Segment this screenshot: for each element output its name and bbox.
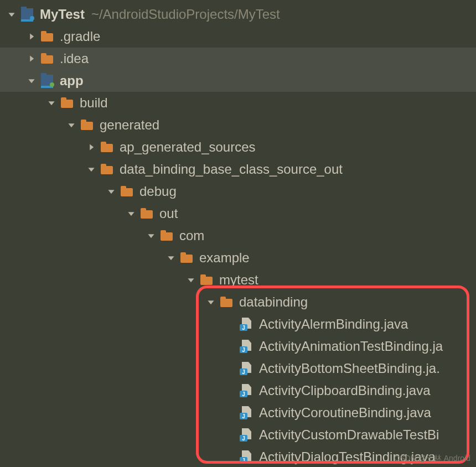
tree-item-mytest[interactable]: mytest: [0, 269, 476, 291]
svg-marker-2: [30, 55, 34, 61]
node-label: out: [159, 206, 178, 221]
svg-marker-12: [188, 278, 194, 282]
svg-marker-13: [208, 300, 214, 304]
node-label: debug: [139, 184, 177, 199]
node-label: ap_generated_sources: [120, 139, 256, 155]
tree-item-build[interactable]: build: [0, 92, 476, 114]
chevron-right-icon[interactable]: [84, 140, 99, 154]
folder-icon: [100, 140, 114, 154]
svg-marker-4: [48, 101, 54, 105]
tree-item-debug[interactable]: debug: [0, 180, 476, 203]
file-item[interactable]: J ActivityClipboardBinding.java: [0, 380, 476, 402]
folder-icon: [179, 251, 194, 265]
chevron-down-icon[interactable]: [104, 184, 118, 199]
svg-marker-11: [168, 256, 174, 260]
file-item[interactable]: J ActivityDialogTestBinding.java: [0, 446, 476, 467]
java-file-icon: J: [239, 317, 253, 331]
tree-item-example[interactable]: example: [0, 247, 476, 269]
java-file-icon: J: [239, 383, 253, 398]
java-file-icon: J: [239, 339, 253, 354]
chevron-down-icon[interactable]: [164, 251, 178, 265]
folder-icon: [60, 96, 74, 110]
svg-marker-6: [90, 144, 94, 150]
folder-icon: [120, 184, 134, 199]
module-icon: [40, 74, 54, 88]
root-row[interactable]: MyTest ~/AndroidStudioProjects/MyTest: [0, 3, 476, 25]
chevron-right-icon[interactable]: [24, 51, 39, 66]
chevron-down-icon[interactable]: [64, 118, 79, 132]
svg-marker-1: [30, 33, 34, 39]
node-label: data_binding_base_class_source_out: [120, 162, 343, 177]
node-label: mytest: [219, 272, 258, 288]
tree-item-databinding[interactable]: databinding: [0, 291, 476, 313]
tree-item-app[interactable]: app: [0, 70, 476, 92]
file-label: ActivityAlermBinding.java: [259, 316, 408, 332]
chevron-down-icon[interactable]: [44, 96, 59, 110]
node-label: app: [60, 73, 84, 89]
file-label: ActivityBottomSheetBinding.ja.: [259, 361, 440, 376]
folder-icon: [40, 51, 54, 66]
node-label: com: [179, 228, 204, 243]
root-path: ~/AndroidStudioProjects/MyTest: [91, 7, 280, 22]
chevron-down-icon[interactable]: [4, 7, 19, 22]
tree-item-dbout[interactable]: data_binding_base_class_source_out: [0, 158, 476, 180]
folder-icon: [100, 162, 114, 177]
root-name: MyTest: [40, 7, 85, 22]
file-label: ActivityClipboardBinding.java: [259, 383, 431, 398]
folder-icon: [219, 295, 234, 309]
tree-item-out[interactable]: out: [0, 203, 476, 225]
svg-marker-3: [28, 79, 34, 83]
module-icon: [20, 7, 34, 22]
tree-item-idea[interactable]: .idea: [0, 48, 476, 70]
folder-icon: [40, 29, 54, 44]
node-label: .gradle: [60, 29, 100, 44]
node-label: generated: [100, 117, 159, 133]
node-label: .idea: [60, 51, 89, 66]
java-file-icon: J: [239, 406, 253, 420]
file-label: ActivityCustomDrawableTestBi: [259, 427, 439, 443]
file-item[interactable]: J ActivityCustomDrawableTestBi: [0, 424, 476, 446]
project-tree: MyTest ~/AndroidStudioProjects/MyTest .g…: [0, 0, 476, 467]
file-label: ActivityAnimationTestBinding.ja: [259, 339, 443, 354]
tree-item-ap[interactable]: ap_generated_sources: [0, 136, 476, 158]
chevron-down-icon[interactable]: [24, 74, 39, 88]
java-file-icon: J: [239, 361, 253, 376]
chevron-down-icon[interactable]: [144, 229, 158, 243]
node-label: build: [80, 95, 108, 111]
file-item[interactable]: J ActivityAnimationTestBinding.ja: [0, 335, 476, 357]
chevron-down-icon[interactable]: [84, 162, 99, 177]
file-item[interactable]: J ActivityCoroutineBinding.java: [0, 402, 476, 424]
file-item[interactable]: J ActivityBottomSheetBinding.ja.: [0, 357, 476, 380]
java-file-icon: J: [239, 428, 253, 442]
java-file-icon: J: [239, 450, 253, 464]
node-label: databinding: [239, 294, 308, 310]
file-label: ActivityDialogTestBinding.java: [259, 449, 436, 465]
tree-item-com[interactable]: com: [0, 225, 476, 247]
svg-marker-9: [128, 212, 134, 216]
svg-marker-10: [148, 234, 154, 238]
chevron-down-icon[interactable]: [184, 273, 198, 287]
svg-marker-7: [88, 168, 94, 172]
tree-item-generated[interactable]: generated: [0, 114, 476, 136]
chevron-down-icon[interactable]: [204, 295, 218, 309]
folder-icon: [199, 273, 214, 287]
folder-icon: [80, 118, 94, 132]
svg-marker-5: [68, 123, 74, 127]
svg-marker-8: [108, 190, 114, 194]
file-item[interactable]: J ActivityAlermBinding.java: [0, 313, 476, 335]
folder-icon: [139, 206, 154, 221]
chevron-down-icon[interactable]: [124, 206, 138, 221]
svg-marker-0: [8, 13, 14, 17]
chevron-right-icon[interactable]: [24, 29, 39, 44]
folder-icon: [159, 229, 174, 243]
file-label: ActivityCoroutineBinding.java: [259, 405, 431, 421]
node-label: example: [199, 250, 250, 266]
tree-item-gradle[interactable]: .gradle: [0, 25, 476, 48]
